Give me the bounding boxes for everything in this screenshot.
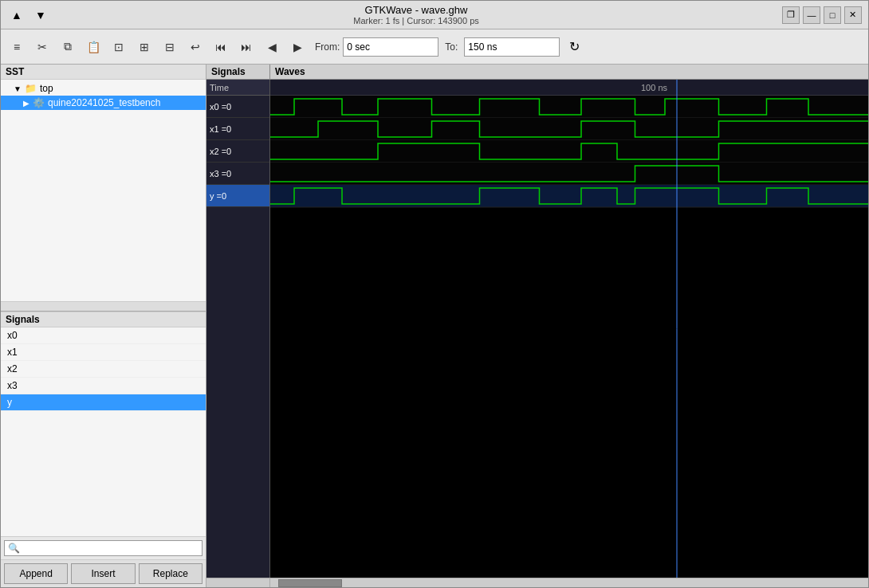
signal-item-x0[interactable]: x0 (1, 327, 206, 344)
replace-button[interactable]: Replace (139, 563, 203, 584)
left-panel: SST ▼ 📁 top ▶ ⚙️ quine20241025_testbench (1, 65, 206, 587)
signal-label-x3: x3 (7, 380, 18, 391)
wave-signal-x3: x3 =0 (210, 169, 231, 178)
wave-canvas (270, 80, 868, 578)
skip-last-button[interactable]: ⏭ (235, 36, 258, 58)
waves-scrollbar-area[interactable] (270, 578, 868, 587)
step-fwd-button[interactable]: ▶ (286, 36, 309, 58)
right-panel: Signals Waves Time x0 =0 x1 =0 x2 = (206, 65, 868, 587)
hamburger-button[interactable]: ≡ (6, 36, 28, 58)
waves-scrollbar-thumb[interactable] (278, 579, 342, 587)
tree-item-testbench[interactable]: ▶ ⚙️ quine20241025_testbench (1, 96, 206, 110)
signals-search-input[interactable] (23, 543, 199, 554)
arrow-icon: ▶ (23, 99, 29, 108)
paste-button[interactable]: 📋 (82, 36, 104, 58)
zoom-fit-button[interactable]: ⊞ (133, 36, 155, 58)
tree-label-testbench: quine20241025_testbench (48, 97, 160, 108)
sst-scrollbar[interactable] (1, 301, 206, 311)
waves-col-header: Waves (270, 65, 868, 79)
toolbar: ≡ ✂ ⧉ 📋 ⊡ ⊞ ⊟ ↩ ⏮ ⏭ ◀ ▶ From: To: ↻ (1, 29, 868, 65)
signal-label-x1: x1 (7, 347, 18, 358)
insert-button[interactable]: Insert (71, 563, 135, 584)
restore-button[interactable]: ❐ (782, 6, 800, 24)
folder-icon: 📁 (25, 83, 37, 94)
tree-item-top[interactable]: ▼ 📁 top (1, 81, 206, 96)
main-window: ▲ ▼ GTKWave - wave.ghw Marker: 1 fs | Cu… (0, 0, 869, 588)
nav-up-button[interactable]: ▲ (7, 6, 26, 25)
sst-label: SST (6, 66, 24, 77)
waves-header-row: Signals Waves (206, 65, 868, 80)
sst-tree[interactable]: ▼ 📁 top ▶ ⚙️ quine20241025_testbench (1, 80, 206, 301)
wave-signal-x2: x2 =0 (210, 147, 231, 156)
waveform-area[interactable] (270, 80, 868, 578)
undo-button[interactable]: ↩ (184, 36, 206, 58)
marker-info: Marker: 1 fs | Cursor: 143900 ps (353, 16, 479, 25)
search-icon: 🔍 (8, 543, 20, 554)
minimize-button[interactable]: — (803, 6, 820, 24)
module-icon: ⚙️ (33, 97, 45, 108)
wave-row-x2[interactable]: x2 =0 (206, 140, 269, 163)
from-label: From: (315, 41, 340, 53)
wave-signal-y: y =0 (210, 191, 226, 201)
maximize-button[interactable]: □ (824, 6, 841, 24)
select-all-button[interactable]: ⊡ (108, 36, 130, 58)
copy-button[interactable]: ⧉ (57, 36, 79, 58)
cut-button[interactable]: ✂ (31, 36, 53, 58)
wave-signal-x0: x0 =0 (210, 102, 231, 112)
wave-row-y[interactable]: y =0 (206, 185, 269, 207)
signals-scrollbar-h[interactable] (206, 578, 270, 587)
signal-item-x3[interactable]: x3 (1, 378, 206, 394)
signals-header: Signals (1, 312, 206, 327)
signal-label-y: y (7, 397, 12, 408)
bottom-scrollbar-area (206, 578, 868, 587)
wave-row-x1[interactable]: x1 =0 (206, 118, 269, 140)
signals-buttons: Append Insert Replace (1, 559, 206, 587)
zoom-sel-button[interactable]: ⊟ (159, 36, 181, 58)
sst-section: SST ▼ 📁 top ▶ ⚙️ quine20241025_testbench (1, 65, 206, 312)
time-label: Time (210, 83, 229, 92)
append-button[interactable]: Append (4, 563, 68, 584)
sst-header: SST (1, 65, 206, 80)
from-input[interactable] (343, 37, 438, 57)
signal-item-x2[interactable]: x2 (1, 361, 206, 378)
wave-signal-x1: x1 =0 (210, 124, 231, 134)
wave-time-header: Time (206, 80, 269, 96)
signal-label-x0: x0 (7, 330, 18, 341)
expand-icon: ▼ (14, 84, 22, 93)
title-bar-controls: ❐ — □ ✕ (782, 6, 862, 24)
search-input-wrap: 🔍 (4, 540, 203, 556)
signal-item-y[interactable]: y (1, 394, 206, 411)
wave-row-x3[interactable]: x3 =0 (206, 163, 269, 185)
step-back-button[interactable]: ◀ (261, 36, 283, 58)
signal-item-x1[interactable]: x1 (1, 344, 206, 361)
signals-list[interactable]: x0 x1 x2 x3 y (1, 327, 206, 536)
title-bar-center: GTKWave - wave.ghw Marker: 1 fs | Cursor… (353, 4, 479, 25)
waves-signals-column: Time x0 =0 x1 =0 x2 =0 x3 =0 y (206, 80, 270, 578)
signals-col-header: Signals (206, 65, 270, 79)
title-bar-left: ▲ ▼ (7, 6, 50, 25)
nav-down-button[interactable]: ▼ (31, 6, 50, 25)
to-label: To: (445, 41, 458, 53)
tree-label-top: top (40, 83, 53, 94)
signals-label: Signals (6, 314, 40, 325)
skip-first-button[interactable]: ⏮ (210, 36, 232, 58)
close-button[interactable]: ✕ (844, 6, 862, 24)
main-content: SST ▼ 📁 top ▶ ⚙️ quine20241025_testbench (1, 65, 868, 587)
signals-search-bar: 🔍 (1, 536, 206, 559)
signals-section: Signals x0 x1 x2 x3 y (1, 312, 206, 587)
refresh-button[interactable]: ↻ (563, 36, 585, 58)
signal-label-x2: x2 (7, 363, 18, 374)
waves-area: Time x0 =0 x1 =0 x2 =0 x3 =0 y (206, 80, 868, 578)
window-title: GTKWave - wave.ghw (365, 4, 468, 16)
wave-row-x0[interactable]: x0 =0 (206, 96, 269, 118)
title-bar: ▲ ▼ GTKWave - wave.ghw Marker: 1 fs | Cu… (1, 1, 868, 29)
to-input[interactable] (464, 37, 560, 57)
